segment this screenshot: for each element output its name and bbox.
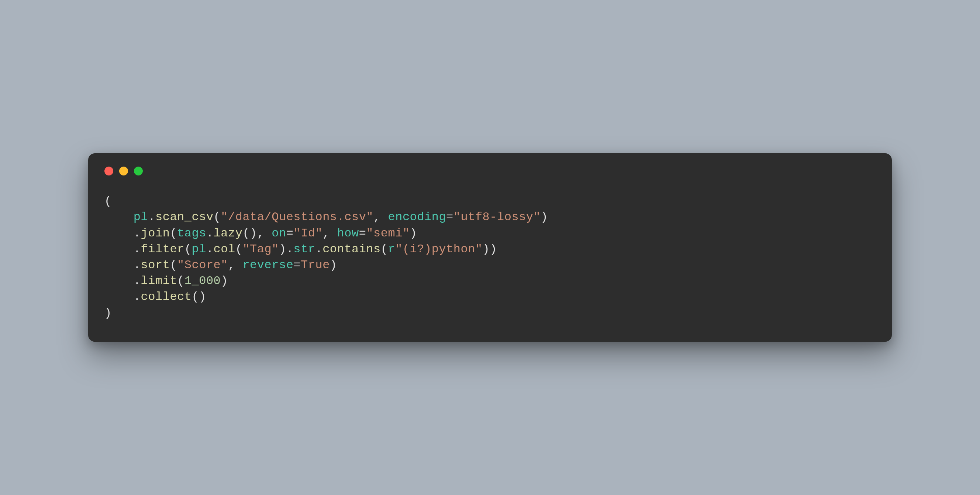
token-func: lazy bbox=[214, 227, 243, 240]
maximize-icon[interactable] bbox=[134, 167, 143, 176]
token-punct: . bbox=[206, 227, 214, 240]
token-const: True bbox=[301, 258, 330, 272]
token-punct: , bbox=[323, 227, 337, 240]
token-punct: . bbox=[104, 242, 141, 256]
token-punct: ( bbox=[177, 274, 185, 288]
token-func: join bbox=[141, 227, 170, 240]
token-kwarg: on bbox=[272, 227, 286, 240]
token-string: "Tag" bbox=[242, 242, 279, 256]
code-card: ( pl.scan_csv("/data/Questions.csv", enc… bbox=[88, 153, 892, 342]
token-func: col bbox=[214, 242, 235, 256]
token-kwarg: encoding bbox=[388, 210, 446, 224]
token-obj: tags bbox=[177, 227, 206, 240]
token-punct: = bbox=[359, 227, 366, 240]
token-punct: . bbox=[315, 242, 323, 256]
window-titlebar bbox=[104, 167, 876, 176]
token-punct: ) bbox=[330, 258, 337, 272]
token-punct: ) bbox=[541, 210, 548, 224]
token-punct: . bbox=[104, 227, 141, 240]
token-punct: ) bbox=[410, 227, 417, 240]
token-obj: pl bbox=[134, 210, 148, 224]
token-string: "Id" bbox=[293, 227, 323, 240]
token-punct: = bbox=[293, 258, 301, 272]
token-kwarg: how bbox=[337, 227, 359, 240]
token-string: "/data/Questions.csv" bbox=[221, 210, 374, 224]
token-punct: . bbox=[104, 290, 141, 303]
token-punct: , bbox=[228, 258, 242, 272]
token-punct: () bbox=[191, 290, 206, 303]
token-func: sort bbox=[141, 258, 170, 272]
token-punct: ( bbox=[381, 242, 388, 256]
token-func: contains bbox=[323, 242, 381, 256]
token-punct: . bbox=[206, 242, 214, 256]
token-punct: ( bbox=[185, 242, 192, 256]
token-string: "utf8-lossy" bbox=[453, 210, 541, 224]
token-punct: (), bbox=[242, 227, 272, 240]
token-func: limit bbox=[141, 274, 178, 288]
token-punct: = bbox=[286, 227, 294, 240]
token-number: 1_000 bbox=[185, 274, 221, 288]
token-obj: pl bbox=[191, 242, 206, 256]
token-kwarg: reverse bbox=[242, 258, 293, 272]
token-string: "(i?)python" bbox=[395, 242, 482, 256]
token-punct: ( bbox=[104, 194, 112, 208]
code-block: ( pl.scan_csv("/data/Questions.csv", enc… bbox=[104, 193, 876, 321]
token-punct: )) bbox=[483, 242, 497, 256]
token-punct: ) bbox=[221, 274, 228, 288]
token-func: scan_csv bbox=[155, 210, 214, 224]
token-func: filter bbox=[141, 242, 185, 256]
token-punct: ( bbox=[170, 258, 177, 272]
token-string: "Score" bbox=[177, 258, 228, 272]
minimize-icon[interactable] bbox=[119, 167, 128, 176]
token-punct: . bbox=[148, 210, 155, 224]
token-punct: ( bbox=[170, 227, 177, 240]
token-punct: = bbox=[446, 210, 453, 224]
token-punct: ( bbox=[214, 210, 221, 224]
token-obj: str bbox=[293, 242, 315, 256]
token-punct: . bbox=[104, 274, 141, 288]
token-punct: ( bbox=[235, 242, 243, 256]
token-ident bbox=[104, 210, 134, 224]
token-punct: . bbox=[104, 258, 141, 272]
token-string: "semi" bbox=[366, 227, 410, 240]
token-punct: ) bbox=[104, 306, 112, 320]
token-punct: , bbox=[374, 210, 388, 224]
token-punct: ). bbox=[279, 242, 293, 256]
token-obj: r bbox=[388, 242, 395, 256]
close-icon[interactable] bbox=[104, 167, 113, 176]
token-func: collect bbox=[141, 290, 192, 303]
